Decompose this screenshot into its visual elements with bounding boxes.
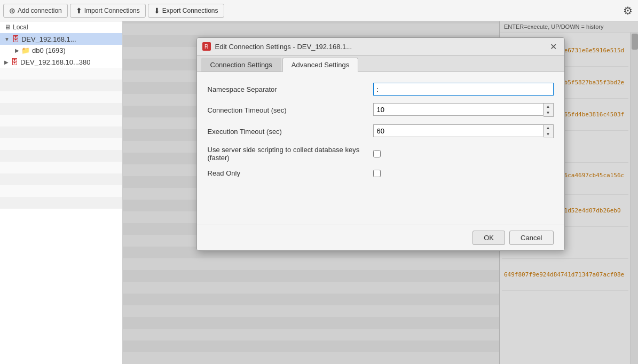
sidebar-item-dev1[interactable]: ▼ 🗄 DEV_192.168.1... <box>0 33 122 45</box>
dialog-tabs: Connection Settings Advanced Settings <box>197 56 564 72</box>
server-scripting-checkbox[interactable] <box>373 150 381 157</box>
read-only-label: Read Only <box>208 169 368 177</box>
import-label: Import Connections <box>84 7 140 14</box>
dialog-title-icon: R <box>202 42 211 51</box>
dialog-body: Namespace Separator Connection Timeout (… <box>197 72 564 225</box>
connection-timeout-row: Connection Timeout (sec) ▲ ▼ <box>208 103 554 117</box>
modal-overlay: R Edit Connection Settings - DEV_192.168… <box>123 21 638 364</box>
export-label: Export Connections <box>162 7 218 14</box>
execution-timeout-down-btn[interactable]: ▼ <box>544 131 553 138</box>
redis-icon: R <box>204 44 208 50</box>
connection-timeout-down-btn[interactable]: ▼ <box>544 110 553 116</box>
execution-timeout-up-btn[interactable]: ▲ <box>544 125 553 131</box>
right-area: ENTER=execute, UP/DOWN = history f3bffe3… <box>123 21 638 364</box>
tab-connection-settings[interactable]: Connection Settings <box>201 58 281 72</box>
dialog-close-button[interactable]: ✕ <box>548 41 559 52</box>
local-label: Local <box>13 23 28 31</box>
zebra-row-7 <box>0 138 122 150</box>
ok-button[interactable]: OK <box>472 231 505 245</box>
cancel-label: Cancel <box>521 234 542 242</box>
connection-timeout-spinner: ▲ ▼ <box>373 103 554 117</box>
namespace-separator-input[interactable] <box>373 83 554 96</box>
connection-timeout-up-btn[interactable]: ▲ <box>544 104 553 110</box>
folder-icon: 📁 <box>21 46 30 54</box>
export-icon: ⬇ <box>154 6 160 15</box>
local-icon: 🖥 <box>4 23 11 31</box>
server-scripting-row: Use server side scripting to collect dat… <box>208 146 554 162</box>
import-connections-button[interactable]: ⬆ Import Connections <box>70 4 146 18</box>
execution-timeout-input[interactable] <box>373 124 544 137</box>
zebra-row-6 <box>0 126 122 138</box>
execution-timeout-spinner: ▲ ▼ <box>373 124 554 138</box>
zebra-row-1 <box>0 68 122 80</box>
toolbar: ⊕ Add connection ⬆ Import Connections ⬇ … <box>0 0 638 21</box>
main-layout: 🖥 Local ▼ 🗄 DEV_192.168.1... ▶ 📁 db0 (16… <box>0 21 638 364</box>
sidebar-item-dev1-label: DEV_192.168.1... <box>21 35 76 43</box>
ok-label: OK <box>484 234 494 242</box>
cancel-button[interactable]: Cancel <box>509 231 553 245</box>
tab-advanced-settings-label: Advanced Settings <box>292 61 349 69</box>
dialog-footer: OK Cancel <box>197 225 564 250</box>
execution-timeout-row: Execution Timeout (sec) ▲ ▼ <box>208 124 554 138</box>
connection-timeout-spinner-btns: ▲ ▼ <box>544 103 554 117</box>
read-only-checkbox[interactable] <box>373 170 381 177</box>
zebra-row-9 <box>0 162 122 173</box>
add-connection-button[interactable]: ⊕ Add connection <box>3 4 68 18</box>
dialog: R Edit Connection Settings - DEV_192.168… <box>196 37 565 251</box>
namespace-separator-row: Namespace Separator <box>208 83 554 96</box>
read-only-row: Read Only <box>208 169 554 177</box>
zebra-row-12 <box>0 197 122 209</box>
execution-timeout-label: Execution Timeout (sec) <box>208 128 368 136</box>
arrow-down-icon: ▼ <box>4 36 10 42</box>
sidebar: 🖥 Local ▼ 🗄 DEV_192.168.1... ▶ 📁 db0 (16… <box>0 21 123 364</box>
execution-timeout-spinner-btns: ▲ ▼ <box>544 124 554 138</box>
sidebar-item-dev2[interactable]: ▶ 🗄 DEV_192.168.10...380 <box>0 56 122 68</box>
sidebar-item-db0-label: db0 (1693) <box>32 46 66 54</box>
connection-timeout-input[interactable] <box>373 103 544 116</box>
gear-icon[interactable]: ⚙ <box>623 4 633 17</box>
zebra-row-5 <box>0 115 122 126</box>
arrow-right2-icon: ▶ <box>4 59 9 65</box>
dialog-titlebar: R Edit Connection Settings - DEV_192.168… <box>197 38 564 56</box>
zebra-row-8 <box>0 150 122 162</box>
zebra-row-4 <box>0 103 122 115</box>
dialog-title-text: Edit Connection Settings - DEV_192.168.1… <box>215 43 544 51</box>
namespace-separator-label: Namespace Separator <box>208 85 368 93</box>
db-icon2: 🗄 <box>11 58 18 66</box>
export-connections-button[interactable]: ⬇ Export Connections <box>148 4 224 18</box>
import-icon: ⬆ <box>76 6 82 15</box>
db-icon: 🗄 <box>12 35 19 43</box>
sidebar-item-dev2-label: DEV_192.168.10...380 <box>20 58 91 66</box>
connection-timeout-label: Connection Timeout (sec) <box>208 106 368 114</box>
zebra-row-3 <box>0 91 122 103</box>
zebra-row-10 <box>0 173 122 185</box>
sidebar-local-section: 🖥 Local <box>0 21 122 33</box>
tab-advanced-settings[interactable]: Advanced Settings <box>282 58 358 72</box>
tab-connection-settings-label: Connection Settings <box>210 61 272 69</box>
server-scripting-label: Use server side scripting to collect dat… <box>208 146 368 162</box>
zebra-row-11 <box>0 185 122 197</box>
add-icon: ⊕ <box>9 6 15 15</box>
arrow-right-icon: ▶ <box>15 48 19 53</box>
zebra-row-2 <box>0 80 122 91</box>
add-connection-label: Add connection <box>18 7 62 14</box>
sidebar-item-db0[interactable]: ▶ 📁 db0 (1693) <box>0 45 122 56</box>
